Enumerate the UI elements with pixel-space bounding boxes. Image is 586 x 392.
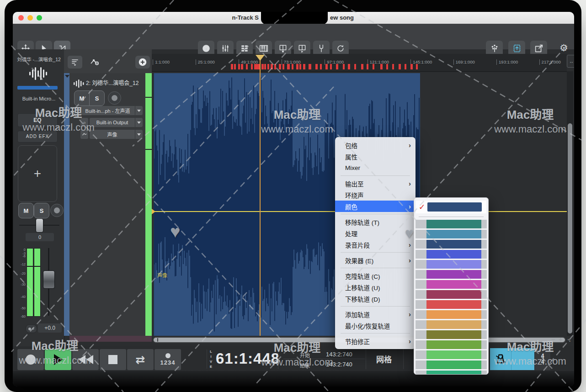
- time-signature[interactable]: 4 4: [535, 348, 550, 370]
- stop-button[interactable]: [100, 349, 126, 370]
- time-display[interactable]: 61:1:448: [216, 350, 280, 367]
- track-selection-strip[interactable]: [64, 73, 69, 336]
- menu-item[interactable]: 颜色 ›: [335, 201, 416, 212]
- menu-item[interactable]: ›: [335, 174, 416, 178]
- add-efx-button[interactable]: ADD EFX: [17, 131, 58, 143]
- color-option[interactable]: [416, 230, 487, 238]
- output-channel-icon[interactable]: ○: [80, 118, 88, 127]
- playhead-handle[interactable]: [256, 55, 265, 61]
- submenu-arrow-icon: ›: [409, 230, 411, 237]
- play-button[interactable]: [45, 349, 71, 370]
- live-indicator[interactable]: LIVE: [207, 350, 213, 369]
- zoom-out-button[interactable]: −: [551, 335, 555, 343]
- menu-item[interactable]: 下移轨道 (D) ›: [335, 293, 416, 304]
- minimize-window-button[interactable]: [27, 15, 33, 21]
- menu-item[interactable]: 添加轨道 ›: [335, 308, 416, 320]
- volume-fader-handle[interactable]: [43, 270, 55, 289]
- loop-button[interactable]: ⇄: [127, 349, 154, 370]
- track-arm-record-button[interactable]: [108, 91, 121, 105]
- color-list: [414, 220, 488, 375]
- color-swatch: [426, 240, 481, 249]
- pan-slider-handle[interactable]: [36, 218, 43, 233]
- color-option[interactable]: [416, 300, 487, 309]
- menu-item[interactable]: 处理 ›: [335, 228, 416, 239]
- color-option[interactable]: [416, 220, 487, 228]
- start-value[interactable]: 143:2:740: [326, 351, 352, 358]
- menu-item[interactable]: 效果器 (E) ›: [335, 254, 416, 266]
- menu-item[interactable]: ›: [335, 250, 416, 254]
- menu-item[interactable]: 包络 ›: [335, 139, 416, 151]
- ruler-marker: [392, 64, 394, 69]
- arm-record-button[interactable]: [50, 204, 64, 217]
- current-color-option[interactable]: ✓: [416, 201, 486, 213]
- menu-item[interactable]: 节拍修正 ›: [335, 335, 416, 347]
- menu-item-label: 最小化/恢复轨道: [345, 321, 409, 330]
- mute-button[interactable]: M: [18, 203, 34, 218]
- color-option[interactable]: [416, 340, 487, 349]
- pan-automation-handle-icon[interactable]: [152, 209, 155, 214]
- menu-item[interactable]: 环绕声 ›: [335, 189, 416, 201]
- solo-button[interactable]: S: [34, 203, 49, 218]
- color-option[interactable]: [416, 371, 487, 375]
- menu-item[interactable]: 克隆轨道 (C) ›: [335, 270, 416, 281]
- metronome-button[interactable]: [490, 348, 511, 370]
- menu-item[interactable]: 属性 ›: [335, 151, 416, 162]
- end-value[interactable]: 143:2:740: [326, 361, 352, 368]
- color-option[interactable]: [416, 360, 487, 369]
- pan-value[interactable]: 0: [26, 233, 54, 241]
- menu-item[interactable]: 上移轨道 (U) ›: [335, 281, 416, 293]
- automation-mode-button[interactable]: [88, 56, 102, 69]
- track-header-panel[interactable]: 2: 刘德华...演唱会_12 M S Built-in...ph - 左声道 …: [69, 73, 145, 336]
- menu-item[interactable]: ›: [335, 266, 416, 270]
- share-box-icon: [512, 43, 522, 53]
- add-track-button[interactable]: [135, 56, 150, 69]
- zoom-window-button[interactable]: [37, 15, 42, 21]
- menu-item[interactable]: Mixer ›: [335, 162, 416, 174]
- rewind-icon: [78, 355, 93, 364]
- submenu-arrow-icon: ›: [409, 180, 411, 187]
- count-in-button[interactable]: 1234: [154, 349, 181, 370]
- color-option[interactable]: [416, 260, 487, 269]
- rewind-button[interactable]: [72, 349, 99, 370]
- automation-node-icon[interactable]: [80, 130, 88, 139]
- collapse-tracks-button[interactable]: [68, 56, 82, 69]
- color-option[interactable]: [416, 330, 487, 339]
- gain-value[interactable]: +0.0: [38, 323, 62, 333]
- color-swatch: [426, 250, 481, 259]
- menu-item[interactable]: 录音片段 ›: [335, 239, 416, 250]
- menu-item[interactable]: 最小化/恢复轨道 ›: [335, 320, 416, 331]
- color-option[interactable]: [416, 320, 487, 329]
- timeline-zoom-button[interactable]: ↔: [567, 55, 574, 68]
- menu-item[interactable]: ›: [335, 304, 416, 308]
- track-level-strip: [145, 73, 152, 336]
- color-option[interactable]: [416, 270, 487, 279]
- eq-button[interactable]: EQ: [17, 113, 58, 127]
- menu-item[interactable]: 移除轨道 (T) ›: [335, 216, 416, 228]
- close-window-button[interactable]: [18, 15, 24, 21]
- metronome-accent-button[interactable]: [511, 348, 534, 370]
- resize-corner-icon[interactable]: ↔: [567, 335, 573, 343]
- color-option[interactable]: [416, 350, 487, 359]
- color-option[interactable]: [416, 280, 487, 289]
- record-button[interactable]: [17, 349, 44, 370]
- color-option[interactable]: [416, 240, 487, 249]
- zoom-in-button[interactable]: +: [559, 335, 563, 343]
- collapse-track-arrow-icon[interactable]: [65, 75, 69, 78]
- grid-label[interactable]: 网格: [366, 353, 402, 365]
- track-solo-button[interactable]: S: [89, 90, 105, 106]
- vertical-scrollbar[interactable]: [567, 71, 573, 336]
- output-select-dropdown[interactable]: Built-in Output: [90, 118, 143, 127]
- menu-item[interactable]: 输出至 ›: [335, 178, 416, 189]
- timeline-ruler[interactable]: 1:1:000 25:1:000 49:1:000: [152, 54, 567, 72]
- settings-gear-icon[interactable]: ⚙: [559, 42, 568, 54]
- menu-item[interactable]: ›: [335, 212, 416, 216]
- menu-item[interactable]: ›: [335, 331, 416, 335]
- color-option[interactable]: [416, 310, 487, 319]
- pan-mode-button[interactable]: [26, 324, 37, 333]
- add-plugin-button[interactable]: +: [18, 145, 57, 202]
- color-option[interactable]: [416, 290, 487, 299]
- track-mute-button[interactable]: M: [74, 90, 90, 106]
- color-option[interactable]: [416, 250, 487, 259]
- pan-automation-dropdown[interactable]: 声像: [90, 130, 143, 139]
- input-select-dropdown[interactable]: Built-in...ph - 左声道: [80, 106, 143, 115]
